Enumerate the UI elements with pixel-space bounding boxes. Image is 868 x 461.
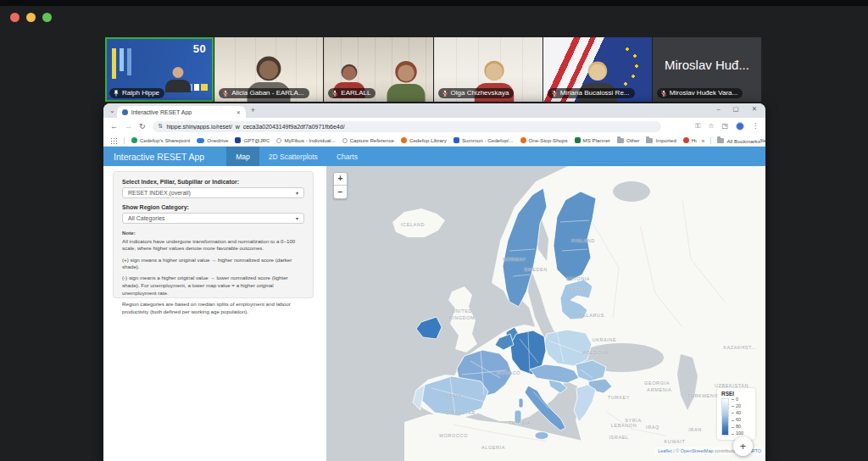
tick-dash	[732, 434, 734, 435]
macos-window-controls[interactable]	[10, 13, 52, 22]
bookmarks-separator	[710, 137, 711, 144]
bookmark-item[interactable]: Capture Reference	[342, 137, 394, 143]
url-text: hippe.shinyapps.io/reset/_w_ceca3a020431…	[166, 124, 344, 130]
maximize-button[interactable]: ▢	[733, 106, 739, 113]
app-navbar: Interactive RESET App Map 2D Scatterplot…	[103, 147, 765, 166]
bookmark-item[interactable]: Onedrive	[197, 137, 228, 143]
attribution-text: | ©	[672, 448, 681, 453]
note-block: Note: All indicators have undergone tran…	[122, 230, 304, 315]
bookmark-label: MyFibus - Individual...	[284, 137, 335, 143]
bookmark-label: Imported	[655, 137, 676, 143]
index-select-label: Select Index, Pillar, Subpillar or Indic…	[122, 179, 304, 185]
participant-tile[interactable]: Miriana Bucalossi Re...	[543, 37, 652, 102]
bookmark-item[interactable]: Other	[617, 137, 639, 143]
bookmark-item[interactable]: MyFibus - Individual...	[276, 137, 335, 143]
pin-icon	[113, 90, 120, 97]
tab-close-icon[interactable]: ✕	[236, 109, 241, 115]
participant-tile[interactable]: EARLALL	[324, 37, 432, 102]
site-settings-icon[interactable]: ⇅	[159, 123, 164, 130]
tick-value: 0	[736, 397, 738, 403]
leaflet-map[interactable]: ICELAND NORWAY SWEDEN FINLAND ESTONIA LA…	[326, 166, 765, 461]
bookmark-item[interactable]: Cedefop Library	[401, 137, 447, 143]
participant-tile[interactable]: 50 Ralph Hippe	[105, 37, 214, 102]
minimize-button[interactable]: –	[716, 106, 720, 113]
desktop: 50 Ralph Hippe	[0, 0, 868, 461]
passkey-icon[interactable]: ⚿	[695, 123, 700, 130]
bookmark-favicon	[197, 138, 204, 143]
apps-grid-icon[interactable]	[110, 137, 117, 144]
back-button[interactable]: ←	[110, 123, 118, 131]
bookmark-item[interactable]: One-Stop-Shops	[520, 137, 568, 143]
note-paragraph: Region categories are based on median sp…	[122, 301, 304, 315]
participant-name: Alicia Gaban - EARLA...	[231, 90, 303, 97]
participant-name-label: Ralph Hippe	[109, 88, 164, 98]
participant-tile[interactable]: Alicia Gaban - EARLA...	[214, 37, 323, 102]
bookmark-favicon	[342, 138, 348, 143]
osm-link[interactable]: OpenStreetMap	[681, 448, 714, 453]
participant-name-label: Olga Chizhevskaya	[438, 88, 515, 98]
bookmark-item[interactable]: MS Planner	[575, 137, 610, 143]
bookmark-item[interactable]: Imported	[646, 137, 676, 143]
browser-menu-icon[interactable]: ⋮	[752, 123, 759, 130]
extensions-icon[interactable]: ◳	[721, 123, 728, 130]
app-tab[interactable]: 2D Scatterplots	[259, 147, 327, 166]
forward-button[interactable]: →	[125, 123, 132, 131]
app-tab[interactable]: Charts	[327, 147, 367, 166]
browser-tab[interactable]: Interactive RESET App ✕	[117, 106, 246, 118]
app-brand[interactable]: Interactive RESET App	[103, 147, 214, 166]
close-button[interactable]: ✕	[752, 106, 757, 113]
participant-tile[interactable]: Miroslav Huđ... Miroslav Huđek Vara...	[653, 37, 761, 102]
bookmark-item[interactable]: Summon - Cedefop/...	[453, 137, 514, 143]
folder-icon	[717, 138, 724, 143]
region-ireland	[416, 317, 442, 339]
europe-choropleth[interactable]	[326, 166, 765, 461]
tab-search-chevron-icon[interactable]: ⌄	[109, 108, 115, 114]
participant-name-label: Miriana Bucalossi Re...	[548, 88, 635, 98]
reset-app-page: Interactive RESET App Map 2D Scatterplot…	[103, 147, 765, 461]
app-content: Select Index, Pillar, Subpillar or Indic…	[103, 166, 765, 461]
new-tab-button[interactable]: +	[251, 107, 255, 114]
tick-dash	[732, 399, 734, 400]
url-bar[interactable]: ⇅ hippe.shinyapps.io/reset/_w_ceca3a0204…	[153, 121, 661, 132]
participant-name-label: EARLALL	[328, 88, 376, 98]
legend-ticks: 0 20 40	[732, 397, 743, 436]
close-traffic-light[interactable]	[10, 13, 19, 22]
map-legend: RSEI 0	[717, 388, 755, 440]
all-bookmarks-button[interactable]: All Bookmarks	[717, 138, 760, 144]
mic-muted-icon	[442, 90, 448, 97]
region-category-select[interactable]: All Categories ▾	[122, 213, 304, 224]
map-expand-button[interactable]: +	[733, 436, 753, 456]
bookmark-favicon	[276, 138, 281, 143]
participant-name: Olga Chizhevskaya	[451, 90, 509, 97]
bookmark-favicon	[520, 137, 526, 143]
profile-avatar[interactable]	[736, 122, 744, 131]
bookmark-item[interactable]: GPT@JRC	[235, 137, 270, 143]
region-category-label: Show Region Category:	[122, 204, 304, 210]
zoom-out-button[interactable]: −	[334, 186, 347, 198]
land-iceland	[392, 208, 445, 237]
minimize-traffic-light[interactable]	[26, 13, 36, 22]
bookmark-label: Capture Reference	[350, 137, 394, 143]
mic-muted-icon	[222, 90, 229, 97]
reload-button[interactable]: ↻	[139, 123, 146, 131]
maximize-traffic-light[interactable]	[42, 13, 52, 22]
leaflet-link[interactable]: Leaflet	[658, 448, 672, 453]
bookmark-label: Onedrive	[207, 137, 228, 143]
participant-name: Ralph Hippe	[122, 90, 159, 97]
bookmark-favicon	[575, 137, 581, 143]
note-paragraph: (-) sign means a higher original value →…	[122, 275, 304, 297]
note-paragraph: All indicators have undergone transforma…	[122, 238, 304, 253]
bookmark-star-icon[interactable]: ☆	[708, 123, 714, 130]
bookmarks-overflow-chevron[interactable]: »	[702, 138, 705, 144]
shiny-favicon	[122, 109, 128, 115]
zoom-in-button[interactable]: +	[334, 173, 347, 186]
bookmark-item[interactable]: Cedefop's Sharepoint	[131, 137, 190, 143]
participant-tile[interactable]: Olga Chizhevskaya	[434, 37, 542, 102]
index-select[interactable]: RESET INDEX (overall) ▾	[122, 187, 304, 198]
slide-decoration-bars	[112, 48, 134, 79]
region-sardinia	[515, 410, 521, 424]
legend-tick: 40	[732, 411, 743, 416]
tick-dash	[732, 427, 734, 428]
participant-name-label: Miroslav Huđek Vara...	[657, 88, 743, 98]
app-tab[interactable]: Map	[226, 147, 259, 166]
